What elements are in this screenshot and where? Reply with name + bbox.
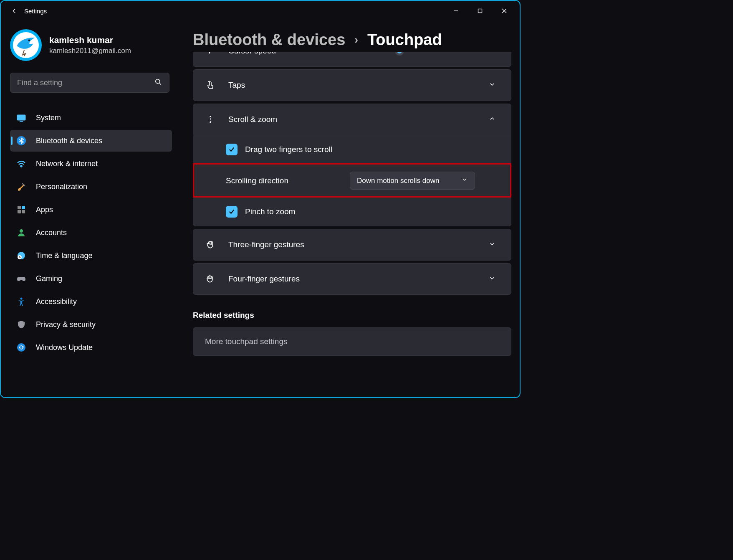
window-controls [444,3,516,19]
search-box[interactable] [10,73,169,93]
nav-personalization[interactable]: Personalization [10,176,172,198]
person-icon [16,227,27,238]
nav-apps[interactable]: Apps [10,199,172,220]
page-title: Touchpad [367,31,442,49]
svg-rect-8 [17,115,25,120]
panel-more-touchpad[interactable]: More touchpad settings [193,327,511,356]
svg-point-17 [20,229,23,233]
nav-label: Privacy & security [36,320,96,329]
scroll-icon [205,114,216,125]
scrolling-direction-dropdown[interactable]: Down motion scrolls down [350,172,475,190]
svg-point-5 [28,39,30,41]
profile-name: kamlesh kumar [49,35,131,45]
clock-globe-icon [16,250,27,261]
panel-title: Taps [228,81,476,90]
update-icon [16,342,27,353]
nav-update[interactable]: Windows Update [10,337,172,358]
svg-rect-15 [18,210,21,213]
panel-scroll-zoom-header[interactable]: Scroll & zoom [193,104,511,135]
three-finger-icon [205,239,216,250]
bluetooth-icon [16,135,27,146]
chevron-down-icon [488,240,496,250]
gamepad-icon [16,273,27,284]
svg-point-6 [156,79,160,84]
nav-accessibility[interactable]: Accessibility [10,291,172,312]
panel-taps[interactable]: Taps [193,69,511,101]
chevron-down-icon [461,176,468,185]
row-label: Pinch to zoom [245,207,499,216]
apps-icon [16,204,27,215]
nav-label: Apps [36,205,53,214]
nav-bluetooth[interactable]: Bluetooth & devices [10,130,172,152]
svg-line-7 [159,83,161,85]
panel-title: Four-finger gestures [228,274,476,284]
panel-title: Three-finger gestures [228,240,476,249]
sidebar: kamlesh kumar kamlesh2011@gmail.com Syst… [1,21,178,397]
nav-privacy[interactable]: Privacy & security [10,314,172,335]
tap-icon [205,80,216,91]
more-touchpad-label: More touchpad settings [205,337,288,346]
nav-label: Windows Update [36,343,93,352]
slider-thumb[interactable] [395,52,404,56]
search-icon [154,78,162,88]
app-title: Settings [24,8,47,15]
row-pinch-zoom[interactable]: Pinch to zoom [193,197,511,226]
nav-system[interactable]: System [10,107,172,129]
profile-email: kamlesh2011@gmail.com [49,47,131,55]
wifi-icon [16,158,27,169]
chevron-down-icon [488,274,496,284]
profile-block[interactable]: kamlesh kumar kamlesh2011@gmail.com [10,29,172,61]
checkbox-drag-two[interactable] [226,144,238,155]
svg-rect-16 [22,210,25,213]
panel-four-finger[interactable]: Four-finger gestures [193,263,511,295]
close-button[interactable] [492,3,516,19]
panel-title: Cursor speed [228,52,276,56]
titlebar: Settings [1,1,520,21]
accessibility-icon [16,296,27,307]
row-drag-two-fingers[interactable]: Drag two fingers to scroll [193,135,511,164]
nav-accounts[interactable]: Accounts [10,222,172,243]
four-finger-icon [205,274,216,284]
chevron-right-icon: › [354,33,358,46]
svg-rect-13 [18,206,21,209]
nav-gaming[interactable]: Gaming [10,268,172,289]
svg-rect-14 [22,206,25,209]
main-content: Bluetooth & devices › Touchpad Cursor sp… [178,21,520,397]
breadcrumb-parent[interactable]: Bluetooth & devices [193,31,345,49]
checkbox-pinch[interactable] [226,206,238,218]
back-button[interactable] [4,1,24,21]
nav-label: Accounts [36,228,67,237]
related-settings-heading: Related settings [193,311,511,320]
row-scrolling-direction: Scrolling direction Down motion scrolls … [193,164,511,197]
brush-icon [16,181,27,192]
nav-label: Network & internet [36,160,98,168]
panel-title: Scroll & zoom [228,115,476,124]
nav-label: System [36,114,61,122]
nav-time[interactable]: Time & language [10,245,172,266]
panel-three-finger[interactable]: Three-finger gestures [193,229,511,261]
breadcrumb: Bluetooth & devices › Touchpad [193,31,511,49]
row-label: Scrolling direction [226,176,342,185]
dropdown-value: Down motion scrolls down [357,177,439,185]
panel-cursor-speed: Cursor speed [193,52,511,67]
row-label: Drag two fingers to scroll [245,145,499,154]
nav-label: Personalization [36,182,87,191]
chevron-down-icon [488,81,496,90]
system-icon [16,112,27,123]
avatar [10,29,42,61]
svg-point-12 [20,165,22,167]
nav-label: Time & language [36,251,92,260]
nav: System Bluetooth & devices Network & int… [10,107,172,358]
svg-point-20 [20,298,23,300]
svg-rect-10 [20,121,23,122]
nav-label: Gaming [36,274,62,283]
minimize-button[interactable] [444,3,468,19]
chevron-up-icon [488,115,496,124]
maximize-button[interactable] [468,3,492,19]
svg-rect-1 [478,9,482,13]
search-input[interactable] [17,79,154,87]
nav-network[interactable]: Network & internet [10,153,172,175]
cursor-icon [205,52,216,56]
nav-label: Bluetooth & devices [36,137,102,145]
nav-label: Accessibility [36,297,77,306]
